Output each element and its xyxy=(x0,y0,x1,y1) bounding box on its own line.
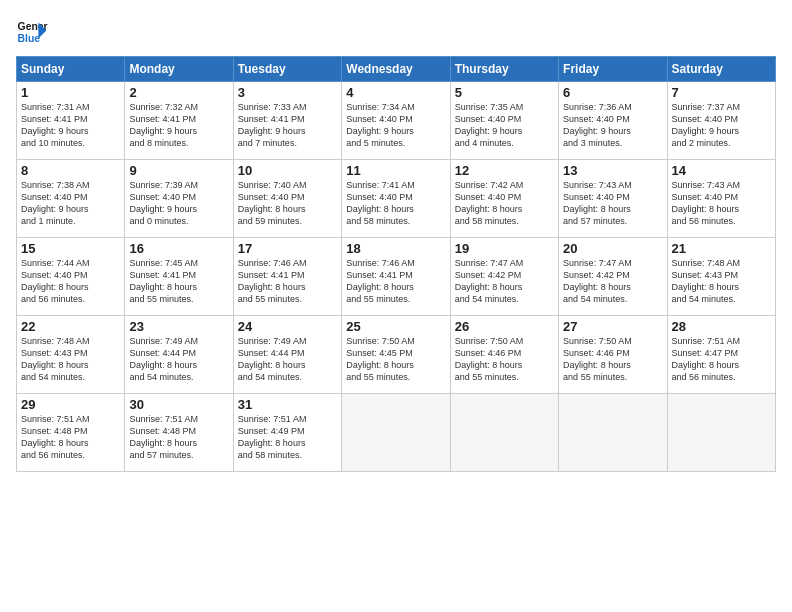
day-number: 17 xyxy=(238,241,337,256)
day-number: 22 xyxy=(21,319,120,334)
day-number: 12 xyxy=(455,163,554,178)
calendar-week-4: 22Sunrise: 7:48 AM Sunset: 4:43 PM Dayli… xyxy=(17,316,776,394)
day-number: 7 xyxy=(672,85,771,100)
header-sunday: Sunday xyxy=(17,57,125,82)
day-number: 2 xyxy=(129,85,228,100)
calendar-week-1: 1Sunrise: 7:31 AM Sunset: 4:41 PM Daylig… xyxy=(17,82,776,160)
day-info: Sunrise: 7:50 AM Sunset: 4:45 PM Dayligh… xyxy=(346,335,445,384)
day-info: Sunrise: 7:45 AM Sunset: 4:41 PM Dayligh… xyxy=(129,257,228,306)
day-info: Sunrise: 7:47 AM Sunset: 4:42 PM Dayligh… xyxy=(455,257,554,306)
day-number: 15 xyxy=(21,241,120,256)
day-info: Sunrise: 7:35 AM Sunset: 4:40 PM Dayligh… xyxy=(455,101,554,150)
day-number: 4 xyxy=(346,85,445,100)
calendar-cell: 11Sunrise: 7:41 AM Sunset: 4:40 PM Dayli… xyxy=(342,160,450,238)
calendar-cell: 13Sunrise: 7:43 AM Sunset: 4:40 PM Dayli… xyxy=(559,160,667,238)
calendar-cell: 19Sunrise: 7:47 AM Sunset: 4:42 PM Dayli… xyxy=(450,238,558,316)
calendar-cell: 18Sunrise: 7:46 AM Sunset: 4:41 PM Dayli… xyxy=(342,238,450,316)
day-info: Sunrise: 7:43 AM Sunset: 4:40 PM Dayligh… xyxy=(672,179,771,228)
calendar-cell: 1Sunrise: 7:31 AM Sunset: 4:41 PM Daylig… xyxy=(17,82,125,160)
calendar-cell xyxy=(667,394,775,472)
day-info: Sunrise: 7:41 AM Sunset: 4:40 PM Dayligh… xyxy=(346,179,445,228)
day-number: 18 xyxy=(346,241,445,256)
day-info: Sunrise: 7:46 AM Sunset: 4:41 PM Dayligh… xyxy=(346,257,445,306)
day-info: Sunrise: 7:47 AM Sunset: 4:42 PM Dayligh… xyxy=(563,257,662,306)
calendar-cell: 4Sunrise: 7:34 AM Sunset: 4:40 PM Daylig… xyxy=(342,82,450,160)
day-number: 31 xyxy=(238,397,337,412)
day-info: Sunrise: 7:51 AM Sunset: 4:48 PM Dayligh… xyxy=(21,413,120,462)
day-number: 5 xyxy=(455,85,554,100)
calendar-week-2: 8Sunrise: 7:38 AM Sunset: 4:40 PM Daylig… xyxy=(17,160,776,238)
calendar-cell: 22Sunrise: 7:48 AM Sunset: 4:43 PM Dayli… xyxy=(17,316,125,394)
calendar-cell: 29Sunrise: 7:51 AM Sunset: 4:48 PM Dayli… xyxy=(17,394,125,472)
calendar-cell: 12Sunrise: 7:42 AM Sunset: 4:40 PM Dayli… xyxy=(450,160,558,238)
day-info: Sunrise: 7:51 AM Sunset: 4:48 PM Dayligh… xyxy=(129,413,228,462)
header-tuesday: Tuesday xyxy=(233,57,341,82)
day-info: Sunrise: 7:32 AM Sunset: 4:41 PM Dayligh… xyxy=(129,101,228,150)
calendar-cell: 3Sunrise: 7:33 AM Sunset: 4:41 PM Daylig… xyxy=(233,82,341,160)
calendar-cell: 17Sunrise: 7:46 AM Sunset: 4:41 PM Dayli… xyxy=(233,238,341,316)
day-number: 13 xyxy=(563,163,662,178)
day-info: Sunrise: 7:42 AM Sunset: 4:40 PM Dayligh… xyxy=(455,179,554,228)
day-info: Sunrise: 7:44 AM Sunset: 4:40 PM Dayligh… xyxy=(21,257,120,306)
svg-text:Blue: Blue xyxy=(18,33,41,44)
calendar-cell xyxy=(559,394,667,472)
calendar-cell: 2Sunrise: 7:32 AM Sunset: 4:41 PM Daylig… xyxy=(125,82,233,160)
day-info: Sunrise: 7:46 AM Sunset: 4:41 PM Dayligh… xyxy=(238,257,337,306)
calendar-cell: 14Sunrise: 7:43 AM Sunset: 4:40 PM Dayli… xyxy=(667,160,775,238)
calendar-cell: 23Sunrise: 7:49 AM Sunset: 4:44 PM Dayli… xyxy=(125,316,233,394)
day-info: Sunrise: 7:36 AM Sunset: 4:40 PM Dayligh… xyxy=(563,101,662,150)
day-number: 21 xyxy=(672,241,771,256)
calendar-cell: 21Sunrise: 7:48 AM Sunset: 4:43 PM Dayli… xyxy=(667,238,775,316)
day-number: 28 xyxy=(672,319,771,334)
day-number: 10 xyxy=(238,163,337,178)
calendar-cell: 8Sunrise: 7:38 AM Sunset: 4:40 PM Daylig… xyxy=(17,160,125,238)
calendar-cell xyxy=(450,394,558,472)
day-number: 8 xyxy=(21,163,120,178)
calendar-cell: 16Sunrise: 7:45 AM Sunset: 4:41 PM Dayli… xyxy=(125,238,233,316)
day-info: Sunrise: 7:37 AM Sunset: 4:40 PM Dayligh… xyxy=(672,101,771,150)
day-info: Sunrise: 7:34 AM Sunset: 4:40 PM Dayligh… xyxy=(346,101,445,150)
header-friday: Friday xyxy=(559,57,667,82)
calendar-cell: 20Sunrise: 7:47 AM Sunset: 4:42 PM Dayli… xyxy=(559,238,667,316)
calendar-cell: 6Sunrise: 7:36 AM Sunset: 4:40 PM Daylig… xyxy=(559,82,667,160)
calendar-cell: 7Sunrise: 7:37 AM Sunset: 4:40 PM Daylig… xyxy=(667,82,775,160)
calendar-header-row: SundayMondayTuesdayWednesdayThursdayFrid… xyxy=(17,57,776,82)
day-info: Sunrise: 7:48 AM Sunset: 4:43 PM Dayligh… xyxy=(672,257,771,306)
day-info: Sunrise: 7:39 AM Sunset: 4:40 PM Dayligh… xyxy=(129,179,228,228)
day-info: Sunrise: 7:38 AM Sunset: 4:40 PM Dayligh… xyxy=(21,179,120,228)
calendar-cell: 26Sunrise: 7:50 AM Sunset: 4:46 PM Dayli… xyxy=(450,316,558,394)
logo-icon: General Blue xyxy=(16,16,48,48)
day-number: 11 xyxy=(346,163,445,178)
day-info: Sunrise: 7:51 AM Sunset: 4:49 PM Dayligh… xyxy=(238,413,337,462)
calendar-cell: 27Sunrise: 7:50 AM Sunset: 4:46 PM Dayli… xyxy=(559,316,667,394)
day-number: 20 xyxy=(563,241,662,256)
page-header: General Blue xyxy=(16,16,776,48)
calendar-cell: 24Sunrise: 7:49 AM Sunset: 4:44 PM Dayli… xyxy=(233,316,341,394)
calendar-week-3: 15Sunrise: 7:44 AM Sunset: 4:40 PM Dayli… xyxy=(17,238,776,316)
day-info: Sunrise: 7:49 AM Sunset: 4:44 PM Dayligh… xyxy=(129,335,228,384)
calendar-table: SundayMondayTuesdayWednesdayThursdayFrid… xyxy=(16,56,776,472)
day-number: 9 xyxy=(129,163,228,178)
day-info: Sunrise: 7:51 AM Sunset: 4:47 PM Dayligh… xyxy=(672,335,771,384)
day-number: 1 xyxy=(21,85,120,100)
day-number: 16 xyxy=(129,241,228,256)
day-number: 27 xyxy=(563,319,662,334)
day-number: 25 xyxy=(346,319,445,334)
header-thursday: Thursday xyxy=(450,57,558,82)
day-number: 30 xyxy=(129,397,228,412)
calendar-cell: 28Sunrise: 7:51 AM Sunset: 4:47 PM Dayli… xyxy=(667,316,775,394)
day-info: Sunrise: 7:49 AM Sunset: 4:44 PM Dayligh… xyxy=(238,335,337,384)
calendar-cell: 30Sunrise: 7:51 AM Sunset: 4:48 PM Dayli… xyxy=(125,394,233,472)
calendar-cell: 31Sunrise: 7:51 AM Sunset: 4:49 PM Dayli… xyxy=(233,394,341,472)
calendar-week-5: 29Sunrise: 7:51 AM Sunset: 4:48 PM Dayli… xyxy=(17,394,776,472)
day-number: 3 xyxy=(238,85,337,100)
day-info: Sunrise: 7:48 AM Sunset: 4:43 PM Dayligh… xyxy=(21,335,120,384)
header-wednesday: Wednesday xyxy=(342,57,450,82)
calendar-cell: 15Sunrise: 7:44 AM Sunset: 4:40 PM Dayli… xyxy=(17,238,125,316)
day-info: Sunrise: 7:40 AM Sunset: 4:40 PM Dayligh… xyxy=(238,179,337,228)
calendar-cell: 25Sunrise: 7:50 AM Sunset: 4:45 PM Dayli… xyxy=(342,316,450,394)
day-info: Sunrise: 7:50 AM Sunset: 4:46 PM Dayligh… xyxy=(563,335,662,384)
calendar-cell: 10Sunrise: 7:40 AM Sunset: 4:40 PM Dayli… xyxy=(233,160,341,238)
day-number: 23 xyxy=(129,319,228,334)
day-info: Sunrise: 7:31 AM Sunset: 4:41 PM Dayligh… xyxy=(21,101,120,150)
